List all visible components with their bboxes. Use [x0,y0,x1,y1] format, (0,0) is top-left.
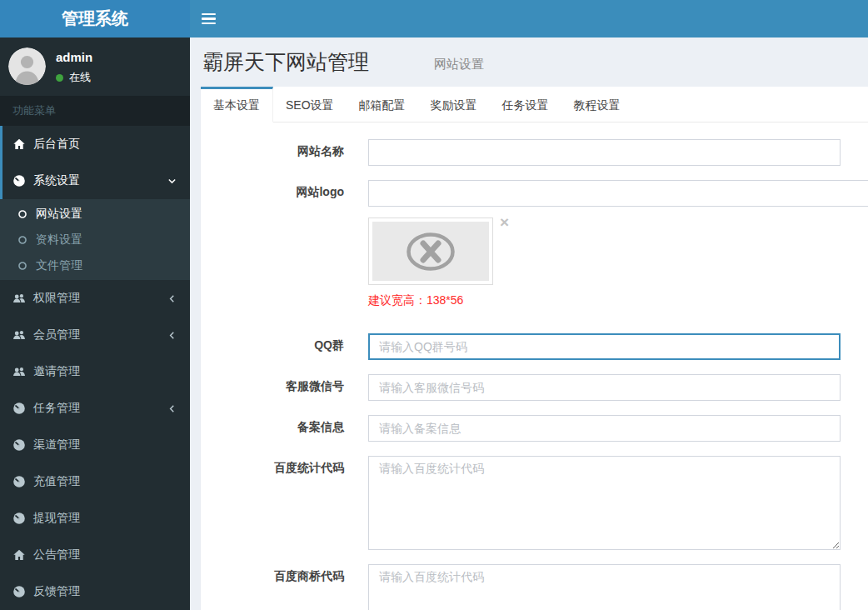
tachometer-icon [12,438,26,452]
tachometer-icon [12,174,26,188]
form-group-site-logo: 网站logo [201,180,841,308]
top-navbar [190,0,868,38]
circle-o-icon [17,209,27,219]
form-group-site-name: 网站名称 [201,139,841,166]
sidebar: admin 在线 功能菜单 后台首页 系统设置 [0,38,190,610]
remove-logo-button[interactable]: × [500,214,509,230]
form-group-wechat: 客服微信号 [201,374,841,401]
logo-image-placeholder [372,222,489,281]
tab-bar: 基本设置 SEO设置 邮箱配置 奖励设置 任务设置 教程设置 [201,87,868,122]
user-status-label: 在线 [69,70,91,85]
circle-o-icon [17,235,27,245]
field-label: 百度统计代码 [201,456,344,550]
sidebar-item-profile-settings[interactable]: 资料设置 [0,227,190,252]
content-header: 霸屏天下网站管理网站设置 [190,38,868,87]
online-dot-icon [56,74,63,82]
field-label: 网站logo [201,180,344,308]
chevron-left-icon [167,330,177,341]
chevron-left-icon [167,293,177,304]
field-label: 客服微信号 [201,374,344,401]
baidu-analytics-textarea[interactable] [368,456,841,550]
field-label: QQ群 [201,333,344,360]
sidebar-item-file-management[interactable]: 文件管理 [0,252,190,278]
sidebar-item-recharge[interactable]: 充值管理 [0,463,190,500]
field-label: 百度商桥代码 [201,564,344,610]
site-name-input[interactable] [368,139,841,166]
system-settings-submenu: 网站设置 资料设置 文件管理 [0,199,190,280]
sidebar-section-header: 功能菜单 [0,96,190,126]
sidebar-toggle-button[interactable] [190,0,227,38]
sidebar-item-withdrawals[interactable]: 提现管理 [0,500,190,537]
page-title: 霸屏天下网站管理 [202,48,369,76]
user-name: admin [56,50,92,64]
sidebar-item-system-settings[interactable]: 系统设置 [0,162,190,199]
logo-size-hint: 建议宽高：138*56 [368,293,841,308]
chevron-left-icon [167,403,177,414]
user-panel: admin 在线 [0,38,190,96]
tab-tutorial-settings[interactable]: 教程设置 [561,87,633,122]
qq-group-input[interactable] [368,333,841,360]
sidebar-item-members[interactable]: 会员管理 [0,317,190,353]
circle-o-icon [17,261,27,271]
basic-settings-form: 网站名称 网站logo [201,122,868,610]
tachometer-icon [12,475,26,488]
tachometer-icon [12,402,26,415]
user-status: 在线 [56,70,92,85]
users-icon [12,292,26,305]
sidebar-item-site-settings[interactable]: 网站设置 [0,201,190,227]
form-group-qq-group: QQ群 [201,333,841,360]
main-content: 霸屏天下网站管理网站设置 基本设置 SEO设置 邮箱配置 奖励设置 任务设置 教… [190,38,868,610]
tab-reward-settings[interactable]: 奖励设置 [418,87,490,122]
top-header: 管理系统 [0,0,868,38]
sidebar-item-feedback[interactable]: 反馈管理 [0,573,190,610]
broken-image-icon [405,231,456,272]
sidebar-item-home[interactable]: 后台首页 [0,126,190,162]
tab-seo-settings[interactable]: SEO设置 [273,87,347,122]
wechat-input[interactable] [368,374,841,401]
form-group-icp: 备案信息 [201,415,841,442]
home-icon [12,548,26,562]
users-icon [12,328,26,342]
form-group-baidu-bridge: 百度商桥代码 [201,564,841,610]
sidebar-item-permissions[interactable]: 权限管理 [0,280,190,317]
users-icon [12,365,26,378]
settings-tab-box: 基本设置 SEO设置 邮箱配置 奖励设置 任务设置 教程设置 网站名称 [201,87,868,610]
sidebar-item-tasks[interactable]: 任务管理 [0,390,190,427]
field-label: 备案信息 [201,415,344,442]
sidebar-item-announcements[interactable]: 公告管理 [0,537,190,573]
tachometer-icon [12,585,26,598]
chevron-down-icon [167,176,177,187]
site-logo-input[interactable] [368,180,868,207]
tachometer-icon [12,512,26,525]
admin-app: 管理系统 admin [0,0,868,610]
tab-basic-settings[interactable]: 基本设置 [201,87,273,122]
logo-preview: × [368,218,493,285]
avatar [8,48,46,85]
page-subtitle: 网站设置 [434,52,484,72]
user-avatar-icon [8,48,46,85]
close-icon: × [500,213,509,231]
tab-task-settings[interactable]: 任务设置 [490,87,561,122]
baidu-bridge-textarea[interactable] [368,564,841,610]
icp-input[interactable] [368,415,841,442]
form-group-baidu-analytics: 百度统计代码 [201,456,841,550]
tab-email-config[interactable]: 邮箱配置 [347,87,418,122]
sidebar-item-invitations[interactable]: 邀请管理 [0,353,190,390]
home-icon [12,138,26,151]
brand-logo[interactable]: 管理系统 [0,0,190,38]
field-label: 网站名称 [201,139,344,166]
hamburger-icon [202,13,216,16]
sidebar-item-channels[interactable]: 渠道管理 [0,427,190,463]
